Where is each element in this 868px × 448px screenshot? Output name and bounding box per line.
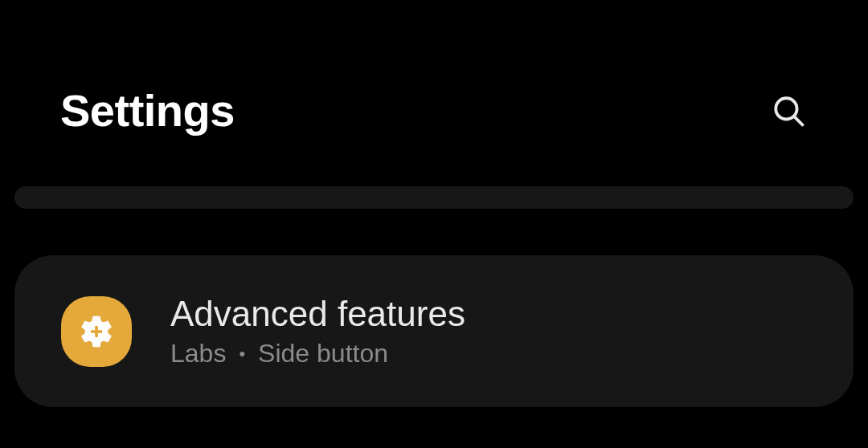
search-button[interactable]: [769, 92, 808, 130]
section-divider: [14, 186, 854, 209]
settings-item-text: Advanced features Labs • Side button: [170, 294, 465, 369]
svg-line-1: [794, 116, 802, 124]
page-title: Settings: [60, 84, 235, 136]
gear-plus-icon: [77, 312, 116, 351]
subtitle-part: Labs: [170, 339, 226, 369]
settings-item-title: Advanced features: [170, 294, 465, 334]
settings-item-advanced-features[interactable]: Advanced features Labs • Side button: [14, 255, 854, 407]
search-icon: [772, 94, 805, 128]
svg-rect-3: [91, 330, 103, 333]
dot-separator: •: [239, 345, 245, 363]
settings-item-subtitle: Labs • Side button: [170, 339, 465, 369]
subtitle-part: Side button: [258, 339, 388, 369]
settings-header: Settings: [0, 0, 868, 136]
advanced-features-icon-wrap: [61, 296, 132, 367]
